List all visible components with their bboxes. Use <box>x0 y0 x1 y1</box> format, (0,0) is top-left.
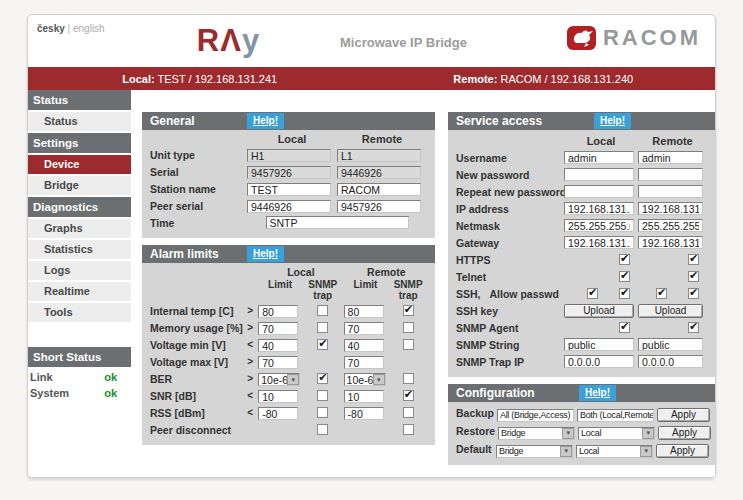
telnet-remote-checkbox[interactable] <box>688 271 699 282</box>
new-password-local-input[interactable] <box>564 168 634 181</box>
general-help-link[interactable]: Help! <box>247 113 284 129</box>
serial-local-field <box>247 166 331 179</box>
sidebar-item-statistics[interactable]: Statistics <box>28 240 131 259</box>
voltage-max-local-limit-input[interactable] <box>258 356 298 369</box>
lang-english-link[interactable]: english <box>73 23 105 34</box>
rss-operator: < <box>247 407 258 418</box>
ray-logo: RΛy <box>166 23 291 59</box>
allow-passwd-local-checkbox[interactable] <box>619 288 630 299</box>
gateway-local-input[interactable] <box>564 236 634 249</box>
lang-czech-link[interactable]: česky <box>37 23 65 34</box>
username-remote-input[interactable] <box>638 151 703 164</box>
https-remote-checkbox[interactable] <box>688 254 699 265</box>
snmp-trap-ip-remote-input[interactable] <box>638 355 703 368</box>
time-input[interactable] <box>266 216 409 229</box>
configuration-help-link[interactable]: Help! <box>579 385 616 401</box>
voltage-min-local-trap-checkbox[interactable] <box>317 339 328 350</box>
sidebar-item-device[interactable]: Device <box>28 155 131 174</box>
ssh-key-upload-local-button[interactable]: Upload <box>564 304 634 318</box>
ip-address-local-input[interactable] <box>564 202 634 215</box>
default-row: Default Bridge▼ Local▼ Apply <box>456 441 709 457</box>
voltage-min-remote-trap-checkbox[interactable] <box>403 339 414 350</box>
memory-usage-local-trap-checkbox[interactable] <box>317 322 328 333</box>
service-access-panel: Service access Help! Local Remote Userna… <box>448 112 715 377</box>
allow-passwd-remote-checkbox[interactable] <box>688 288 699 299</box>
default-scope-select[interactable]: Bridge▼ <box>496 445 573 458</box>
snmp-trap-ip-local-input[interactable] <box>564 355 634 368</box>
snmp-agent-remote-checkbox[interactable] <box>688 322 699 333</box>
memory-usage-remote-trap-checkbox[interactable] <box>403 322 414 333</box>
internal-temp-label: Internal temp [C] <box>150 305 247 317</box>
internal-temp-local-limit-input[interactable] <box>258 305 298 318</box>
snmp-agent-local-checkbox[interactable] <box>619 322 630 333</box>
telnet-local-checkbox[interactable] <box>619 271 630 282</box>
rss-local-limit-input[interactable] <box>258 407 298 420</box>
snmp-string-local-input[interactable] <box>564 338 634 351</box>
backup-scope-select[interactable]: All (Bridge,Access) <box>497 409 574 422</box>
time-row: Time <box>150 215 429 230</box>
remote-label: Remote: <box>453 73 497 85</box>
default-target-select[interactable]: Local▼ <box>576 445 653 458</box>
ip-address-remote-input[interactable] <box>638 202 703 215</box>
sidebar-item-realtime[interactable]: Realtime <box>28 282 131 301</box>
repeat-password-local-input[interactable] <box>564 185 634 198</box>
sidebar-item-logs[interactable]: Logs <box>28 261 131 280</box>
peer-serial-remote-input[interactable] <box>337 200 421 213</box>
peer-serial-local-input[interactable] <box>247 200 331 213</box>
memory-usage-local-limit-input[interactable] <box>258 322 298 335</box>
default-apply-button[interactable]: Apply <box>656 444 709 458</box>
ber-local-limit-select[interactable]: 10e-6▼ <box>258 373 300 386</box>
memory-usage-remote-limit-input[interactable] <box>344 322 384 335</box>
ray-logo-r: R <box>197 23 220 58</box>
rss-local-trap-checkbox[interactable] <box>317 407 328 418</box>
username-local-input[interactable] <box>564 151 634 164</box>
snr-remote-limit-input[interactable] <box>344 390 384 403</box>
sidebar-item-graphs[interactable]: Graphs <box>28 219 131 238</box>
ssh-key-row: SSH key Upload Upload <box>456 303 709 318</box>
internal-temp-remote-limit-input[interactable] <box>344 305 384 318</box>
netmask-remote-input[interactable] <box>638 219 703 232</box>
https-local-checkbox[interactable] <box>619 254 630 265</box>
voltage-max-remote-limit-input[interactable] <box>344 356 384 369</box>
sidebar-item-status[interactable]: Status <box>28 112 131 131</box>
peer-disconnect-remote-trap-checkbox[interactable] <box>403 424 414 435</box>
rss-remote-trap-checkbox[interactable] <box>403 407 414 418</box>
rss-remote-limit-input[interactable] <box>344 407 384 420</box>
voltage-max-operator: > <box>247 356 258 367</box>
ber-remote-trap-checkbox[interactable] <box>403 373 414 384</box>
voltage-min-local-limit-input[interactable] <box>258 339 298 352</box>
backup-label: Backup <box>456 407 494 419</box>
ssh-remote-checkbox[interactable] <box>656 288 667 299</box>
netmask-local-input[interactable] <box>564 219 634 232</box>
voltage-min-remote-limit-input[interactable] <box>344 339 384 352</box>
snr-remote-trap-checkbox[interactable] <box>403 390 414 401</box>
ssh-local-checkbox[interactable] <box>587 288 598 299</box>
service-column-headers: Local Remote <box>456 133 709 148</box>
snmp-string-remote-input[interactable] <box>638 338 703 351</box>
restore-apply-button[interactable]: Apply <box>658 426 711 440</box>
repeat-password-remote-input[interactable] <box>638 185 703 198</box>
restore-scope-select[interactable]: Bridge▼ <box>498 427 575 440</box>
repeat-password-label: Repeat new password <box>456 186 564 198</box>
peer-disconnect-local-trap-checkbox[interactable] <box>317 424 328 435</box>
backup-target-select[interactable]: Both (Local,Remote) <box>577 409 654 422</box>
internal-temp-remote-trap-checkbox[interactable] <box>403 305 414 316</box>
snr-local-trap-checkbox[interactable] <box>317 390 328 401</box>
restore-target-select[interactable]: Local▼ <box>578 427 655 440</box>
service-access-help-link[interactable]: Help! <box>594 113 631 129</box>
snr-local-limit-input[interactable] <box>258 390 298 403</box>
sidebar-item-tools[interactable]: Tools <box>28 303 131 322</box>
ber-local-trap-checkbox[interactable] <box>317 373 328 384</box>
backup-apply-button[interactable]: Apply <box>657 408 710 422</box>
alarm-limits-help-link[interactable]: Help! <box>247 246 284 262</box>
ber-remote-limit-select[interactable]: 10e-6▼ <box>344 373 386 386</box>
sidebar-item-bridge[interactable]: Bridge <box>28 176 131 195</box>
gateway-remote-input[interactable] <box>638 236 703 249</box>
station-name-remote-input[interactable] <box>337 183 421 196</box>
general-local-header: Local <box>247 133 337 145</box>
ssh-key-upload-remote-button[interactable]: Upload <box>638 304 703 318</box>
new-password-remote-input[interactable] <box>638 168 703 181</box>
netmask-row: Netmask <box>456 218 709 233</box>
internal-temp-local-trap-checkbox[interactable] <box>317 305 328 316</box>
station-name-local-input[interactable] <box>247 183 331 196</box>
